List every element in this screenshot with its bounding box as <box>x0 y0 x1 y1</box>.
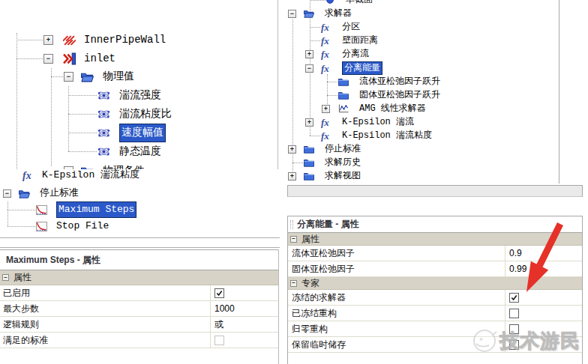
expander-toggle-icon[interactable]: + <box>288 145 296 154</box>
tree-item-label[interactable]: K-Epsilon 湍流粘度 <box>42 169 140 183</box>
tree-item-label[interactable]: AMG 线性求解器 <box>359 102 426 115</box>
tree-guide <box>327 95 338 96</box>
tree-item-label[interactable]: 湍流粘度比 <box>119 105 172 124</box>
tree-item-label[interactable]: 速度幅值 <box>119 124 166 142</box>
folder-icon <box>304 157 314 168</box>
tree-item-label[interactable]: 固体亚松弛因子跃升 <box>359 88 440 102</box>
tree-item-label[interactable]: Maximum Steps <box>56 201 136 218</box>
tree-item-label[interactable]: 壁面距离 <box>342 34 378 47</box>
tree-item-label[interactable]: 单截面 <box>346 0 373 7</box>
sphere-icon <box>326 0 334 4</box>
checkbox[interactable] <box>214 288 224 298</box>
annotation-arrow <box>518 219 566 297</box>
tree-item-label[interactable]: 分离流 <box>342 47 369 61</box>
collapse-icon[interactable]: − <box>2 274 9 281</box>
fx-icon: fx <box>321 49 332 59</box>
tree-guide <box>310 0 326 1</box>
property-label: 逻辑规则 <box>3 317 39 332</box>
tree-guide <box>68 151 97 152</box>
scalar-icon <box>98 127 110 139</box>
tree-guide <box>310 40 320 41</box>
tree-item-label[interactable]: 分离能量 <box>342 61 382 75</box>
folder-icon <box>304 144 314 154</box>
folder-open-icon <box>304 8 314 19</box>
expander-toggle-icon[interactable]: + <box>288 172 296 181</box>
properties-panel-title-bar: Maximum Steps - 属性 <box>0 249 278 270</box>
fx-icon: fx <box>321 130 332 141</box>
expander-toggle-icon[interactable]: − <box>288 10 296 18</box>
tree-item-label[interactable]: 物理值 <box>103 67 134 86</box>
column-divider <box>210 317 211 333</box>
property-row: 归零重构 <box>288 321 582 337</box>
folder-open-icon <box>19 188 30 199</box>
tree-item[interactable] <box>0 67 279 86</box>
expander-toggle-icon[interactable]: + <box>44 35 53 45</box>
chart-icon <box>338 103 349 114</box>
tree-item-label[interactable]: K-Epsilon 湍流 <box>342 115 414 129</box>
tree-guide <box>292 163 303 163</box>
tree-item[interactable] <box>278 0 559 7</box>
collapse-icon[interactable]: − <box>290 280 297 287</box>
tree-item-label[interactable]: 停止标准 <box>325 142 361 156</box>
tree-item[interactable] <box>278 156 559 169</box>
tree-item-label[interactable]: 流体亚松弛因子跃升 <box>359 75 440 88</box>
tree-guide <box>310 136 320 136</box>
checkbox[interactable] <box>509 340 519 350</box>
property-label: 已冻结重构 <box>292 306 337 321</box>
expander-toggle-icon[interactable]: + <box>305 118 314 127</box>
tree-item-label[interactable]: 求解器 <box>325 7 352 20</box>
property-row: 满足的标准 <box>0 333 278 348</box>
expander-toggle-icon[interactable]: + <box>305 50 314 58</box>
checkbox[interactable] <box>214 336 224 345</box>
tree-item-label[interactable]: InnerPipeWall <box>84 31 166 49</box>
fx-icon: fx <box>321 22 332 32</box>
tree-item-label[interactable]: 求解历史 <box>325 156 361 169</box>
tree-item[interactable] <box>278 169 559 183</box>
checkbox[interactable] <box>509 324 519 334</box>
property-label: 已启用 <box>3 285 30 300</box>
scalar-icon <box>98 145 110 158</box>
panel-grip <box>290 220 291 229</box>
tree-item-label[interactable]: 静态温度 <box>119 142 161 161</box>
tree-guide <box>16 58 43 59</box>
expander-toggle-icon[interactable]: − <box>64 72 74 82</box>
inlet-icon <box>63 52 76 65</box>
column-divider <box>505 306 506 321</box>
checkbox[interactable] <box>509 309 519 318</box>
property-section-label: 专家 <box>302 277 320 290</box>
panel-border <box>559 0 560 183</box>
tree-guide <box>68 95 97 96</box>
wall-icon <box>63 34 76 46</box>
tree-item[interactable] <box>278 7 559 20</box>
tree-item-label[interactable]: 分区 <box>342 20 360 34</box>
property-value[interactable]: 或 <box>214 317 224 332</box>
monitor-plot-icon <box>36 204 47 216</box>
tree-item-label[interactable]: inlet <box>84 49 116 68</box>
tree-item-label[interactable]: 物理条件 <box>103 162 145 170</box>
fx-icon: fx <box>321 117 332 127</box>
expander-toggle-icon[interactable]: − <box>3 189 11 198</box>
column-divider <box>505 321 506 337</box>
property-row: 保留临时储存 <box>288 337 582 353</box>
expander-toggle-icon[interactable]: − <box>44 54 53 64</box>
tree-item-label[interactable]: K-Epsilon 湍流粘度 <box>342 129 432 142</box>
tree-guide <box>310 27 320 28</box>
tree-item-label[interactable]: 停止标准 <box>40 185 79 201</box>
expander-toggle-icon[interactable]: + <box>322 105 330 113</box>
tree-item-label[interactable]: 求解视图 <box>325 169 361 183</box>
expander-toggle-icon[interactable]: − <box>305 64 314 73</box>
simulation-tree-boundaries: +InnerPipeWall−inlet−物理值湍流强度湍流粘度比速度幅值静态温… <box>0 0 279 169</box>
tree-item-label[interactable]: Stop File <box>56 218 109 234</box>
folder-open-icon <box>81 70 94 83</box>
column-divider <box>210 285 211 301</box>
tree-guide <box>68 133 97 133</box>
tree-guide <box>51 76 63 77</box>
tree-item[interactable] <box>278 142 559 156</box>
column-divider <box>210 301 211 317</box>
properties-panel-title: 分离能量 - 属性 <box>297 218 359 231</box>
collapse-icon[interactable]: − <box>290 236 297 243</box>
tree-item-label[interactable]: 湍流强度 <box>119 86 161 105</box>
property-value[interactable]: 1000 <box>214 301 235 316</box>
property-label: 最大步数 <box>3 301 39 316</box>
splitter <box>0 247 280 248</box>
